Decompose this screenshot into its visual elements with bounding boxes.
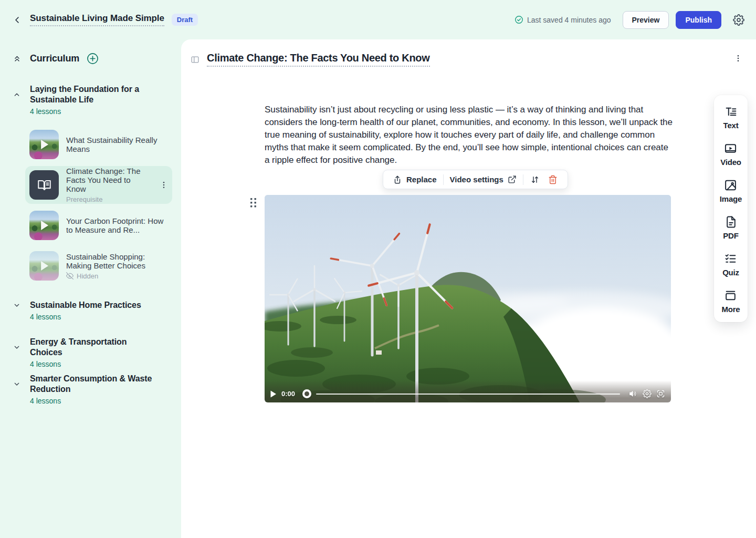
insert-video-button[interactable]: Video	[720, 142, 741, 167]
lesson-item-climate-change[interactable]: Climate Change: The Facts You Need to Kn…	[25, 166, 172, 204]
publish-button[interactable]: Publish	[676, 11, 721, 29]
insert-block-toolbar: Text Video Image PDF Quiz More	[714, 95, 748, 322]
seek-knob[interactable]	[302, 389, 311, 398]
seek-bar[interactable]	[316, 394, 620, 395]
play-button-icon[interactable]	[270, 390, 277, 398]
top-bar: Sustainable Living Made Simple Draft Las…	[0, 0, 756, 39]
external-link-icon	[508, 175, 517, 184]
play-icon	[41, 261, 48, 271]
trash-icon	[548, 175, 558, 184]
play-icon	[41, 221, 48, 230]
section-lesson-count: 4 lessons	[30, 360, 181, 368]
video-thumbnail	[29, 251, 59, 281]
video-thumbnail	[29, 130, 59, 159]
video-frame-art	[265, 195, 671, 402]
lesson-editor-panel: Climate Change: The Facts You Need to Kn…	[181, 39, 756, 538]
volume-icon[interactable]	[629, 389, 638, 398]
lesson-meta: Hidden	[66, 272, 168, 280]
lesson-item-what-sustainability[interactable]: What Sustainability Really Means	[25, 126, 172, 163]
chevron-down-icon[interactable]	[13, 343, 21, 351]
player-settings-icon[interactable]	[643, 389, 652, 398]
last-saved-status: Last saved 4 minutes ago	[514, 15, 611, 24]
video-player[interactable]: 0:00	[265, 195, 671, 402]
toolbar-divider	[443, 174, 444, 185]
drag-handle-icon[interactable]	[249, 196, 257, 209]
section-smarter-consumption: Smarter Consumption & Waste Reduction 4 …	[0, 374, 181, 405]
preview-button[interactable]: Preview	[623, 11, 669, 29]
lesson-intro-paragraph[interactable]: Sustainability isn’t just about recyclin…	[265, 104, 673, 167]
lesson-title: Sustainable Shopping: Making Better Choi…	[66, 252, 168, 270]
eye-off-icon	[66, 272, 74, 280]
lesson-meta: Prerequisite	[66, 195, 152, 203]
toggle-sidebar-icon[interactable]	[191, 55, 200, 64]
insert-item-label: PDF	[723, 231, 738, 240]
curriculum-sidebar: Curriculum Laying the Foundation for a S…	[0, 39, 181, 538]
delete-block-button[interactable]	[544, 175, 562, 184]
course-builder-app: Sustainable Living Made Simple Draft Las…	[0, 0, 756, 538]
open-book-icon	[37, 178, 51, 192]
image-block-icon	[724, 179, 737, 192]
lesson-list: What Sustainability Really Means Climate…	[25, 126, 172, 287]
lesson-kebab-menu-icon[interactable]	[734, 54, 742, 63]
section-title[interactable]: Smarter Consumption & Waste Reduction	[30, 374, 156, 395]
section-laying-the-foundation: Laying the Foundation for a Sustainable …	[0, 84, 181, 116]
kebab-menu-icon[interactable]	[160, 181, 168, 189]
insert-image-button[interactable]: Image	[720, 179, 742, 203]
insert-item-label: Image	[720, 194, 742, 203]
add-section-icon[interactable]	[87, 53, 99, 65]
video-thumbnail	[29, 211, 59, 240]
settings-gear-icon[interactable]	[733, 14, 744, 26]
section-sustainable-home: Sustainable Home Practices 4 lessons	[0, 300, 181, 321]
section-title[interactable]: Energy & Transportation Choices	[30, 337, 156, 358]
video-settings-button[interactable]: Video settings	[446, 175, 520, 184]
chevron-up-icon[interactable]	[13, 90, 21, 99]
fullscreen-icon[interactable]	[656, 389, 665, 398]
replace-label: Replace	[406, 175, 437, 184]
lesson-meta-text: Hidden	[77, 272, 98, 280]
reading-lesson-tile	[29, 170, 59, 200]
insert-item-label: Video	[720, 158, 741, 167]
lesson-title: Climate Change: The Facts You Need to Kn…	[66, 167, 152, 193]
video-time: 0:00	[281, 390, 295, 398]
swap-vertical-icon	[530, 175, 540, 184]
text-block-icon	[724, 105, 738, 118]
quiz-block-icon	[724, 252, 737, 265]
lesson-item-sustainable-shopping[interactable]: Sustainable Shopping: Making Better Choi…	[25, 247, 172, 285]
video-settings-label: Video settings	[450, 175, 503, 184]
reorder-block-button[interactable]	[526, 175, 544, 184]
chevron-down-icon[interactable]	[13, 380, 21, 388]
check-circle-icon	[514, 15, 523, 24]
section-title[interactable]: Sustainable Home Practices	[30, 300, 156, 311]
sidebar-title: Curriculum	[30, 53, 79, 64]
insert-more-button[interactable]: More	[721, 289, 740, 314]
lesson-item-carbon-footprint[interactable]: Your Carbon Footprint: How to Measure an…	[25, 206, 172, 244]
insert-item-label: Text	[723, 121, 739, 130]
collapse-all-icon[interactable]	[13, 54, 22, 63]
pdf-block-icon	[724, 215, 738, 229]
video-block-icon	[724, 142, 737, 155]
upload-icon	[393, 175, 402, 184]
replace-button[interactable]: Replace	[389, 175, 440, 184]
insert-text-button[interactable]: Text	[723, 105, 739, 130]
toolbar-divider	[523, 174, 523, 185]
section-title[interactable]: Laying the Foundation for a Sustainable …	[30, 84, 156, 105]
last-saved-text: Last saved 4 minutes ago	[527, 16, 611, 24]
video-controls-bar: 0:00	[265, 380, 671, 402]
lesson-page-title[interactable]: Climate Change: The Facts You Need to Kn…	[207, 52, 430, 67]
section-lesson-count: 4 lessons	[30, 397, 181, 405]
video-block-toolbar: Replace Video settings	[383, 170, 568, 189]
lesson-title: What Sustainability Really Means	[66, 136, 168, 153]
insert-quiz-button[interactable]: Quiz	[722, 252, 739, 277]
insert-item-label: More	[721, 305, 740, 314]
insert-pdf-button[interactable]: PDF	[723, 215, 738, 240]
section-lesson-count: 4 lessons	[30, 313, 181, 321]
back-icon[interactable]	[13, 15, 22, 25]
section-energy-transportation: Energy & Transportation Choices 4 lesson…	[0, 337, 181, 368]
lesson-title: Your Carbon Footprint: How to Measure an…	[66, 216, 168, 234]
insert-item-label: Quiz	[722, 268, 739, 277]
section-lesson-count: 4 lessons	[30, 107, 181, 116]
more-block-icon	[724, 289, 737, 302]
course-title[interactable]: Sustainable Living Made Simple	[30, 13, 164, 26]
chevron-down-icon[interactable]	[13, 301, 21, 309]
status-badge: Draft	[172, 14, 198, 26]
